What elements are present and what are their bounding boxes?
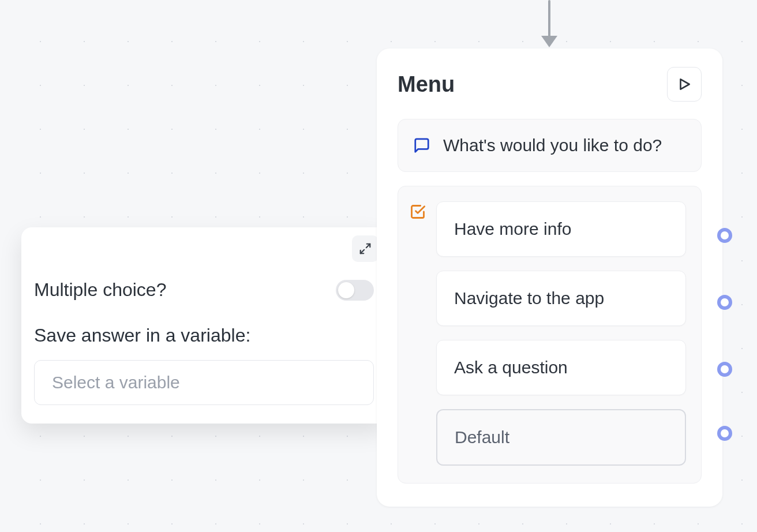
- play-icon: [677, 77, 692, 92]
- play-button[interactable]: [667, 67, 702, 102]
- option-item[interactable]: Ask a question: [436, 340, 686, 395]
- prompt-text: What's would you like to do?: [443, 136, 662, 155]
- variable-placeholder: Select a variable: [52, 373, 180, 392]
- menu-title: Menu: [398, 72, 455, 97]
- expand-icon: [359, 242, 372, 255]
- prompt-block[interactable]: What's would you like to do?: [398, 119, 702, 172]
- option-default[interactable]: Default: [436, 409, 686, 466]
- svg-marker-2: [681, 79, 689, 89]
- menu-node[interactable]: Menu What's would you like to do? Hav: [377, 48, 722, 507]
- toggle-knob: [338, 282, 354, 298]
- checkbox-icon: [410, 204, 426, 220]
- message-icon: [413, 137, 430, 154]
- output-port[interactable]: [717, 295, 732, 310]
- output-port[interactable]: [717, 228, 732, 243]
- option-item[interactable]: Navigate to the app: [436, 271, 686, 326]
- options-block: Have more info Navigate to the app Ask a…: [398, 186, 702, 484]
- output-port[interactable]: [717, 362, 732, 377]
- output-port[interactable]: [717, 426, 732, 441]
- save-answer-label: Save answer in a variable:: [34, 325, 374, 346]
- incoming-connection-arrow: [541, 36, 557, 47]
- multiple-choice-label: Multiple choice?: [34, 279, 166, 301]
- variable-select[interactable]: Select a variable: [34, 360, 374, 405]
- multiple-choice-toggle[interactable]: [336, 280, 374, 301]
- option-item[interactable]: Have more info: [436, 201, 686, 257]
- incoming-connection-line: [548, 0, 550, 39]
- settings-panel: Multiple choice? Save answer in a variab…: [21, 227, 387, 424]
- expand-button[interactable]: [352, 235, 378, 262]
